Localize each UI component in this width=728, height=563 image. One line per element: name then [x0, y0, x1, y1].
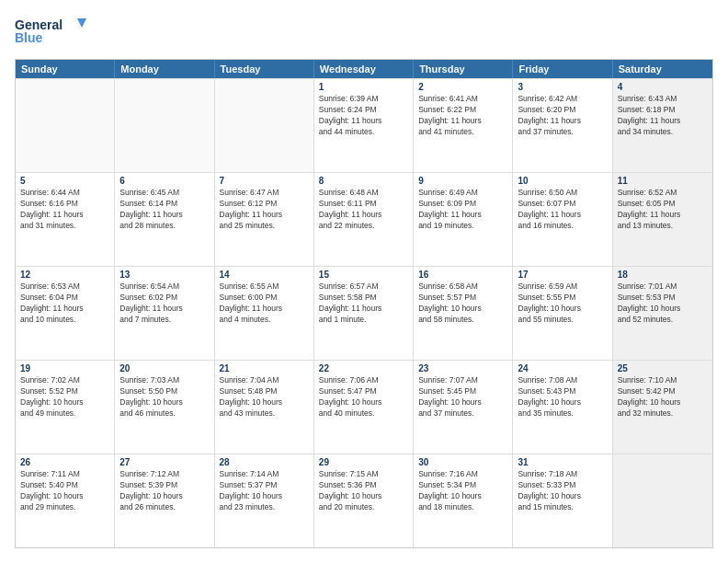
cell-content: Sunrise: 6:54 AM Sunset: 6:02 PM Dayligh… [119, 282, 209, 326]
cal-cell: 4Sunrise: 6:43 AM Sunset: 6:18 PM Daylig… [613, 79, 712, 172]
cell-content: Sunrise: 6:50 AM Sunset: 6:07 PM Dayligh… [518, 188, 607, 232]
svg-marker-2 [77, 18, 86, 28]
cell-content: Sunrise: 6:48 AM Sunset: 6:11 PM Dayligh… [319, 188, 408, 232]
day-number: 10 [518, 176, 607, 186]
day-number: 13 [119, 270, 209, 280]
week-row-4: 19Sunrise: 7:02 AM Sunset: 5:52 PM Dayli… [16, 360, 712, 454]
cal-cell [613, 454, 712, 547]
cal-cell: 13Sunrise: 6:54 AM Sunset: 6:02 PM Dayli… [115, 267, 214, 360]
week-row-5: 26Sunrise: 7:11 AM Sunset: 5:40 PM Dayli… [16, 454, 712, 547]
day-number: 18 [618, 270, 708, 280]
cal-cell: 17Sunrise: 6:59 AM Sunset: 5:55 PM Dayli… [513, 267, 612, 360]
day-number: 11 [618, 176, 708, 186]
day-number: 6 [119, 176, 209, 186]
week-row-2: 5Sunrise: 6:44 AM Sunset: 6:16 PM Daylig… [16, 172, 712, 266]
day-number: 16 [418, 270, 507, 280]
cell-content: Sunrise: 7:01 AM Sunset: 5:53 PM Dayligh… [618, 282, 708, 326]
cell-content: Sunrise: 6:39 AM Sunset: 6:24 PM Dayligh… [319, 94, 408, 138]
cal-cell: 19Sunrise: 7:02 AM Sunset: 5:52 PM Dayli… [16, 361, 115, 454]
logo-svg: General Blue [15, 15, 88, 52]
day-number: 5 [20, 176, 109, 186]
day-number: 28 [220, 457, 309, 467]
cal-cell: 26Sunrise: 7:11 AM Sunset: 5:40 PM Dayli… [16, 454, 115, 547]
cell-content: Sunrise: 7:02 AM Sunset: 5:52 PM Dayligh… [20, 375, 109, 419]
header-cell-monday: Monday [115, 60, 214, 78]
day-number: 4 [618, 82, 708, 92]
cell-content: Sunrise: 6:55 AM Sunset: 6:00 PM Dayligh… [220, 282, 309, 326]
cell-content: Sunrise: 6:49 AM Sunset: 6:09 PM Dayligh… [418, 188, 507, 232]
header-cell-saturday: Saturday [613, 60, 712, 78]
cal-cell: 22Sunrise: 7:06 AM Sunset: 5:47 PM Dayli… [314, 361, 414, 454]
day-number: 24 [518, 363, 607, 373]
day-number: 15 [319, 270, 408, 280]
day-number: 17 [518, 270, 607, 280]
cell-content: Sunrise: 6:42 AM Sunset: 6:20 PM Dayligh… [518, 94, 607, 138]
calendar-header: SundayMondayTuesdayWednesdayThursdayFrid… [16, 60, 712, 78]
cell-content: Sunrise: 7:04 AM Sunset: 5:48 PM Dayligh… [220, 375, 309, 419]
cal-cell: 16Sunrise: 6:58 AM Sunset: 5:57 PM Dayli… [414, 267, 513, 360]
header-cell-tuesday: Tuesday [215, 60, 314, 78]
day-number: 7 [220, 176, 309, 186]
cell-content: Sunrise: 6:47 AM Sunset: 6:12 PM Dayligh… [220, 188, 309, 232]
cal-cell: 6Sunrise: 6:45 AM Sunset: 6:14 PM Daylig… [115, 173, 214, 266]
day-number: 1 [319, 82, 408, 92]
cell-content: Sunrise: 6:57 AM Sunset: 5:58 PM Dayligh… [319, 282, 408, 326]
day-number: 30 [418, 457, 507, 467]
cal-cell [16, 79, 115, 172]
cell-content: Sunrise: 7:18 AM Sunset: 5:33 PM Dayligh… [518, 469, 607, 513]
cell-content: Sunrise: 7:08 AM Sunset: 5:43 PM Dayligh… [518, 375, 607, 419]
cell-content: Sunrise: 7:15 AM Sunset: 5:36 PM Dayligh… [319, 469, 408, 513]
calendar-body: 1Sunrise: 6:39 AM Sunset: 6:24 PM Daylig… [16, 78, 712, 547]
header-cell-thursday: Thursday [414, 60, 513, 78]
page-header: General Blue [15, 15, 713, 52]
cal-cell: 24Sunrise: 7:08 AM Sunset: 5:43 PM Dayli… [513, 361, 612, 454]
cal-cell: 10Sunrise: 6:50 AM Sunset: 6:07 PM Dayli… [513, 173, 612, 266]
cal-cell: 12Sunrise: 6:53 AM Sunset: 6:04 PM Dayli… [16, 267, 115, 360]
cal-cell: 7Sunrise: 6:47 AM Sunset: 6:12 PM Daylig… [215, 173, 314, 266]
day-number: 23 [418, 363, 507, 373]
cal-cell: 29Sunrise: 7:15 AM Sunset: 5:36 PM Dayli… [314, 454, 414, 547]
day-number: 20 [119, 363, 209, 373]
cal-cell: 14Sunrise: 6:55 AM Sunset: 6:00 PM Dayli… [215, 267, 314, 360]
week-row-3: 12Sunrise: 6:53 AM Sunset: 6:04 PM Dayli… [16, 266, 712, 360]
day-number: 14 [220, 270, 309, 280]
cal-cell: 20Sunrise: 7:03 AM Sunset: 5:50 PM Dayli… [115, 361, 214, 454]
cal-cell [115, 79, 214, 172]
day-number: 8 [319, 176, 408, 186]
day-number: 29 [319, 457, 408, 467]
day-number: 19 [20, 363, 109, 373]
cell-content: Sunrise: 7:07 AM Sunset: 5:45 PM Dayligh… [418, 375, 507, 419]
cal-cell: 23Sunrise: 7:07 AM Sunset: 5:45 PM Dayli… [414, 361, 513, 454]
cal-cell: 1Sunrise: 6:39 AM Sunset: 6:24 PM Daylig… [314, 79, 414, 172]
day-number: 12 [20, 270, 109, 280]
header-cell-friday: Friday [513, 60, 612, 78]
day-number: 9 [418, 176, 507, 186]
week-row-1: 1Sunrise: 6:39 AM Sunset: 6:24 PM Daylig… [16, 78, 712, 172]
cell-content: Sunrise: 6:41 AM Sunset: 6:22 PM Dayligh… [418, 94, 507, 138]
cal-cell: 9Sunrise: 6:49 AM Sunset: 6:09 PM Daylig… [414, 173, 513, 266]
day-number: 3 [518, 82, 607, 92]
day-number: 26 [20, 457, 109, 467]
cell-content: Sunrise: 7:14 AM Sunset: 5:37 PM Dayligh… [220, 469, 309, 513]
cal-cell: 5Sunrise: 6:44 AM Sunset: 6:16 PM Daylig… [16, 173, 115, 266]
cal-cell: 31Sunrise: 7:18 AM Sunset: 5:33 PM Dayli… [513, 454, 612, 547]
day-number: 27 [119, 457, 209, 467]
cell-content: Sunrise: 6:52 AM Sunset: 6:05 PM Dayligh… [618, 188, 708, 232]
cal-cell: 18Sunrise: 7:01 AM Sunset: 5:53 PM Dayli… [613, 267, 712, 360]
cell-content: Sunrise: 7:06 AM Sunset: 5:47 PM Dayligh… [319, 375, 408, 419]
cal-cell [215, 79, 314, 172]
cal-cell: 25Sunrise: 7:10 AM Sunset: 5:42 PM Dayli… [613, 361, 712, 454]
cell-content: Sunrise: 6:59 AM Sunset: 5:55 PM Dayligh… [518, 282, 607, 326]
day-number: 21 [220, 363, 309, 373]
cal-cell: 3Sunrise: 6:42 AM Sunset: 6:20 PM Daylig… [513, 79, 612, 172]
day-number: 2 [418, 82, 507, 92]
cell-content: Sunrise: 7:03 AM Sunset: 5:50 PM Dayligh… [119, 375, 209, 419]
cal-cell: 11Sunrise: 6:52 AM Sunset: 6:05 PM Dayli… [613, 173, 712, 266]
cell-content: Sunrise: 7:16 AM Sunset: 5:34 PM Dayligh… [418, 469, 507, 513]
cal-cell: 27Sunrise: 7:12 AM Sunset: 5:39 PM Dayli… [115, 454, 214, 547]
cell-content: Sunrise: 6:53 AM Sunset: 6:04 PM Dayligh… [20, 282, 109, 326]
svg-text:Blue: Blue [15, 30, 43, 45]
cell-content: Sunrise: 7:10 AM Sunset: 5:42 PM Dayligh… [618, 375, 708, 419]
cal-cell: 15Sunrise: 6:57 AM Sunset: 5:58 PM Dayli… [314, 267, 414, 360]
cell-content: Sunrise: 6:58 AM Sunset: 5:57 PM Dayligh… [418, 282, 507, 326]
